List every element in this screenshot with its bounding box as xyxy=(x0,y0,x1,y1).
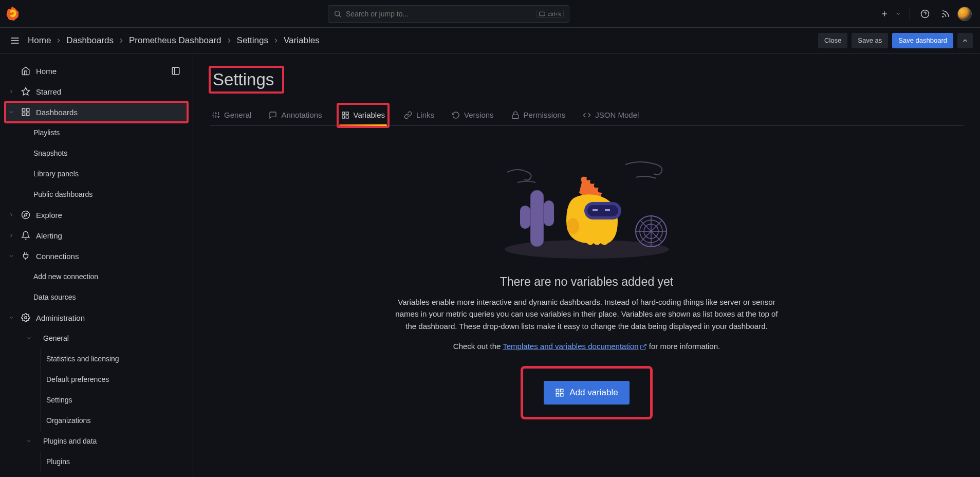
compass-icon xyxy=(21,210,31,219)
breadcrumb-prometheus[interactable]: Prometheus Dashboard xyxy=(129,35,221,46)
sidebar-item-explore[interactable]: Explore xyxy=(5,205,188,225)
menu-toggle[interactable] xyxy=(7,33,23,48)
breadcrumb-dashboards[interactable]: Dashboards xyxy=(66,35,114,46)
sidebar-item-connections[interactable]: Connections xyxy=(5,246,188,266)
sidebar-item-starred[interactable]: Starred xyxy=(5,81,188,102)
grafana-logo[interactable] xyxy=(4,5,22,23)
svg-rect-16 xyxy=(27,113,29,116)
save-dashboard-button[interactable]: Save dashboard xyxy=(892,33,953,48)
sliders-icon xyxy=(212,111,220,119)
sidebar-collapse-button[interactable] xyxy=(167,62,184,80)
svg-rect-39 xyxy=(544,200,554,226)
sidebar-item-add-connection[interactable]: Add new connection xyxy=(5,266,188,287)
dashboards-icon xyxy=(341,111,349,119)
sidebar: Home Starred Dashboards Playlists Snapsh… xyxy=(0,53,193,477)
code-icon xyxy=(583,111,591,119)
svg-point-7 xyxy=(942,16,944,17)
svg-point-45 xyxy=(567,218,579,234)
sidebar-item-data-sources[interactable]: Data sources xyxy=(5,287,188,307)
chevron-down-icon xyxy=(8,253,15,259)
sidebar-item-label: Alerting xyxy=(36,231,62,240)
svg-rect-34 xyxy=(342,116,345,118)
sidebar-item-home[interactable]: Home xyxy=(5,61,188,81)
sidebar-item-snapshots[interactable]: Snapshots xyxy=(5,143,188,163)
sidebar-item-plugins[interactable]: Plugins xyxy=(5,451,188,472)
breadcrumb-home[interactable]: Home xyxy=(28,35,51,46)
collapse-up-button[interactable] xyxy=(957,33,973,48)
svg-rect-17 xyxy=(22,113,25,116)
sidebar-item-plugins-data[interactable]: Plugins and data xyxy=(5,431,188,451)
svg-rect-44 xyxy=(605,209,610,211)
sidebar-item-general[interactable]: General xyxy=(5,328,188,348)
svg-marker-13 xyxy=(22,88,30,95)
doc-link[interactable]: Templates and variables documentation xyxy=(503,342,646,351)
external-link-icon xyxy=(640,343,647,351)
tab-json-model[interactable]: JSON Model xyxy=(581,105,641,125)
close-button[interactable]: Close xyxy=(818,33,847,48)
sidebar-item-stats[interactable]: Statistics and licensing xyxy=(5,348,188,369)
empty-doc-line: Check out the Templates and variables do… xyxy=(392,340,782,352)
user-avatar[interactable] xyxy=(957,7,972,21)
svg-rect-14 xyxy=(22,108,25,111)
sidebar-item-playlists[interactable]: Playlists xyxy=(5,122,188,143)
empty-state-illustration xyxy=(492,157,682,260)
sidebar-item-label: Administration xyxy=(36,314,85,322)
page-title: Settings xyxy=(213,70,274,89)
comment-icon xyxy=(269,111,277,119)
svg-point-18 xyxy=(22,211,30,219)
add-button[interactable] xyxy=(876,5,893,23)
chevron-down-icon xyxy=(26,438,33,444)
star-icon xyxy=(21,87,31,96)
sidebar-item-public-dashboards[interactable]: Public dashboards xyxy=(5,184,188,205)
sidebar-item-label: Default preferences xyxy=(46,375,109,383)
sidebar-item-label: Public dashboards xyxy=(33,190,93,198)
lock-icon xyxy=(511,111,520,119)
home-icon xyxy=(21,66,31,76)
tab-links[interactable]: Links xyxy=(402,105,436,125)
help-button[interactable] xyxy=(916,5,934,23)
sidebar-item-default-prefs[interactable]: Default preferences xyxy=(5,369,188,390)
tab-label: Annotations xyxy=(281,111,322,119)
sidebar-item-label: Playlists xyxy=(33,129,60,137)
sidebar-item-label: Connections xyxy=(36,252,79,261)
sidebar-item-admin-settings[interactable]: Settings xyxy=(5,390,188,410)
save-as-button[interactable]: Save as xyxy=(852,33,888,48)
svg-line-1 xyxy=(339,15,341,17)
sidebar-item-label: Organizations xyxy=(46,416,90,425)
tab-variables[interactable]: Variables xyxy=(339,105,387,125)
svg-point-21 xyxy=(25,317,27,319)
sidebar-item-label: Home xyxy=(36,67,57,76)
tab-permissions[interactable]: Permissions xyxy=(509,105,568,125)
breadcrumb: Home Dashboards Prometheus Dashboard Set… xyxy=(28,35,320,46)
news-button[interactable] xyxy=(937,5,954,23)
svg-rect-11 xyxy=(172,67,179,75)
sidebar-item-dashboards[interactable]: Dashboards xyxy=(5,102,188,122)
sidebar-item-label: Library panels xyxy=(33,170,79,178)
search-input[interactable] xyxy=(346,10,532,18)
chevron-right-icon xyxy=(55,37,62,44)
history-icon xyxy=(452,111,460,119)
tab-annotations[interactable]: Annotations xyxy=(267,105,324,125)
tab-versions[interactable]: Versions xyxy=(450,105,496,125)
breadcrumb-settings[interactable]: Settings xyxy=(237,35,268,46)
sidebar-item-alerting[interactable]: Alerting xyxy=(5,225,188,246)
sidebar-item-administration[interactable]: Administration xyxy=(5,307,188,328)
empty-heading: There are no variables added yet xyxy=(392,275,782,289)
sidebar-item-label: Dashboards xyxy=(36,108,78,117)
sidebar-item-label: Data sources xyxy=(33,293,76,301)
sidebar-item-library-panels[interactable]: Library panels xyxy=(5,163,188,184)
bell-icon xyxy=(21,231,31,240)
svg-rect-32 xyxy=(346,112,348,115)
tab-label: JSON Model xyxy=(595,111,639,119)
add-dropdown[interactable] xyxy=(893,5,903,23)
sidebar-item-label: Settings xyxy=(46,396,72,404)
tab-general[interactable]: General xyxy=(210,105,253,125)
add-variable-button[interactable]: Add variable xyxy=(544,381,630,405)
gear-icon xyxy=(21,313,31,322)
sidebar-item-organizations[interactable]: Organizations xyxy=(5,410,188,431)
dashboards-icon xyxy=(21,107,31,117)
svg-rect-31 xyxy=(342,112,345,115)
tab-label: Permissions xyxy=(524,111,566,119)
global-search[interactable]: ctrl+k xyxy=(328,5,569,23)
chevron-right-icon xyxy=(226,37,233,44)
